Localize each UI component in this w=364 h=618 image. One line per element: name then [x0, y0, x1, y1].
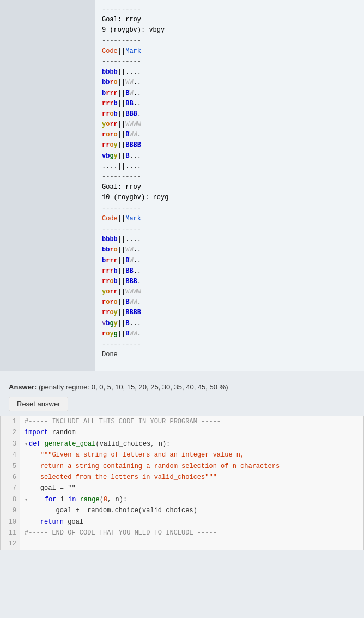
separator-4: ----------	[102, 172, 357, 182]
row-2-7: roro||BWW.	[102, 297, 357, 308]
code-lines-container: 1 2 3 4 5 6 7 8 9 10 11 12 #----- INCLUD…	[1, 416, 363, 550]
top-panel: ---------- Goal: rroy 9 (roygbv): vbgy -…	[0, 0, 364, 376]
code-mark-header-1: Code||Mark	[102, 46, 357, 57]
code-line-5: return a string containing a random sele…	[25, 461, 359, 472]
row-1-4: rrrb||BB..	[102, 99, 357, 109]
line-num-4: 4	[4, 449, 16, 460]
output-area: ---------- Goal: rroy 9 (roygbv): vbgy -…	[95, 0, 364, 371]
code-line-4: """Given a string of letters and an inte…	[25, 449, 359, 460]
code-line-8: ▾ for i in range(0, n):	[25, 494, 359, 505]
line-num-7: 7	[4, 483, 16, 494]
row-1-6: yorr||WWWW	[102, 119, 357, 130]
row-1-7: roro||BWW.	[102, 130, 357, 140]
separator-2: ----------	[102, 36, 357, 46]
separator-7: ----------	[102, 339, 357, 350]
row-2-3: brrr||BW..	[102, 256, 357, 266]
row-1-10: ....||....	[102, 161, 357, 172]
code-line-9: goal += random.choice(valid_choices)	[25, 505, 359, 516]
line-num-9: 9	[4, 505, 16, 516]
goal-line-2: Goal: rroy	[102, 182, 357, 193]
answer-label: Answer:	[9, 383, 37, 391]
code-line-3: ▾def generate_goal(valid_choices, n):	[25, 439, 359, 449]
answer-section: Answer: (penalty regime: 0, 0, 5, 10, 15…	[0, 376, 364, 416]
row-2-8: rroy||BBBB	[102, 308, 357, 318]
line-num-2: 2	[4, 427, 16, 438]
code-line-12	[25, 538, 359, 549]
reset-answer-button[interactable]: Reset answer	[9, 397, 68, 411]
row-1-2: bbro||WW..	[102, 77, 357, 88]
separator-6: ----------	[102, 224, 357, 235]
left-sidebar	[0, 0, 95, 371]
code-line-6: selected from the letters in valid_choic…	[25, 472, 359, 483]
row-1-5: rrob||BBB.	[102, 109, 357, 119]
line-numbers: 1 2 3 4 5 6 7 8 9 10 11 12	[1, 416, 20, 550]
code-mark-header-2: Code||Mark	[102, 214, 357, 224]
separator-1: ----------	[102, 4, 357, 15]
row-2-1: bbbb||....	[102, 235, 357, 245]
line-num-1: 1	[4, 416, 16, 427]
iteration-line-2: 10 (roygbv): royg	[102, 193, 357, 203]
code-line-7: goal = ""	[25, 483, 359, 494]
done-label: Done	[102, 350, 357, 360]
row-2-2: bbro||WW..	[102, 245, 357, 255]
line-num-5: 5	[4, 461, 16, 472]
row-2-10: royg||BWW.	[102, 329, 357, 339]
row-2-5: rrob||BBB.	[102, 277, 357, 287]
code-line-1: #----- INCLUDE ALL THIS CODE IN YOUR PRO…	[25, 416, 359, 427]
separator-5: ----------	[102, 203, 357, 214]
row-1-9: vbgy||B...	[102, 151, 357, 161]
code-line-11: #----- END OF CODE THAT YOU NEED TO INCL…	[25, 527, 359, 538]
goal-line-1: Goal: rroy	[102, 15, 357, 25]
code-line-10: return goal	[25, 517, 359, 527]
row-1-3: brrr||BW..	[102, 88, 357, 99]
line-num-6: 6	[4, 472, 16, 483]
line-num-3: 3	[4, 439, 16, 449]
line-num-10: 10	[4, 517, 16, 527]
line-num-12: 12	[4, 538, 16, 549]
row-2-9: vbgy||B...	[102, 319, 357, 329]
code-line-2: import random	[25, 427, 359, 438]
separator-3: ----------	[102, 57, 357, 67]
code-editor: 1 2 3 4 5 6 7 8 9 10 11 12 #----- INCLUD…	[0, 416, 364, 550]
line-num-11: 11	[4, 527, 16, 538]
line-num-8: 8	[4, 494, 16, 505]
iteration-line-1: 9 (roygbv): vbgy	[102, 25, 357, 35]
row-1-8: rroy||BBBB	[102, 140, 357, 151]
row-2-6: yorr||WWWW	[102, 287, 357, 297]
row-2-4: rrrb||BB..	[102, 266, 357, 277]
penalty-text: (penalty regime: 0, 0, 5, 10, 15, 20, 25…	[39, 383, 228, 391]
answer-text: Answer: (penalty regime: 0, 0, 5, 10, 15…	[9, 383, 355, 391]
row-1-1: bbbb||....	[102, 67, 357, 77]
code-content: #----- INCLUDE ALL THIS CODE IN YOUR PRO…	[20, 416, 363, 550]
